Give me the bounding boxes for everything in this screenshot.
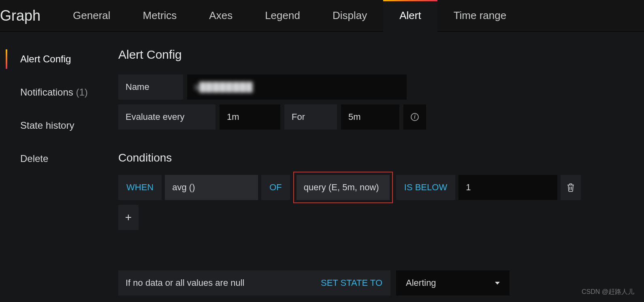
no-data-set-state-keyword: SET STATE TO	[313, 270, 390, 296]
condition-query-highlight: query (E, 5m, now)	[293, 172, 393, 203]
condition-delete-button[interactable]	[561, 175, 581, 200]
condition-query[interactable]: query (E, 5m, now)	[296, 175, 390, 200]
name-row: Name s████████	[118, 74, 644, 100]
tab-metrics[interactable]: Metrics	[127, 0, 193, 32]
tab-legend[interactable]: Legend	[249, 0, 316, 32]
panel-type-title: Graph	[0, 7, 57, 24]
info-icon: i	[411, 113, 419, 121]
tab-alert[interactable]: Alert	[383, 0, 437, 32]
condition-comparator[interactable]: IS BELOW	[396, 175, 455, 200]
sidebar-item-count: (1)	[76, 87, 87, 98]
chevron-down-icon	[495, 282, 500, 285]
evaluate-every-label: Evaluate every	[118, 104, 215, 130]
sidebar-item-label: Alert Config	[20, 53, 71, 64]
condition-row: WHEN avg () OF query (E, 5m, now) IS BEL…	[118, 175, 644, 200]
watermark: CSDN @赶路人儿	[582, 288, 634, 296]
alert-config-title: Alert Config	[118, 48, 644, 62]
for-label: For	[284, 104, 337, 130]
sidebar-item-label: Delete	[20, 153, 48, 164]
no-data-state-select[interactable]: Alerting	[396, 270, 510, 296]
no-data-state-value: Alerting	[406, 278, 436, 288]
sidebar-item-label: Notifications	[20, 87, 73, 98]
alert-sidebar: Alert Config Notifications (1) State his…	[6, 48, 109, 296]
trash-icon	[567, 183, 575, 192]
no-data-row: If no data or all values are null SET ST…	[118, 270, 644, 296]
tab-time-range[interactable]: Time range	[437, 0, 523, 32]
evaluate-every-input[interactable]: 1m	[220, 104, 280, 130]
for-info-button[interactable]: i	[403, 104, 426, 130]
condition-of-keyword: OF	[261, 175, 290, 200]
for-input[interactable]: 5m	[341, 104, 399, 130]
sidebar-item-notifications[interactable]: Notifications (1)	[6, 81, 109, 104]
evaluate-row: Evaluate every 1m For 5m i	[118, 104, 644, 130]
add-condition-button[interactable]: +	[118, 205, 139, 230]
panel-tabs: Graph General Metrics Axes Legend Displa…	[0, 0, 644, 32]
condition-aggregator[interactable]: avg ()	[165, 175, 258, 200]
sidebar-item-alert-config[interactable]: Alert Config	[6, 48, 109, 70]
tab-display[interactable]: Display	[316, 0, 383, 32]
plus-icon: +	[125, 211, 132, 224]
alert-name-value: s████████	[194, 82, 253, 92]
alert-name-input[interactable]: s████████	[187, 74, 407, 100]
tab-axes[interactable]: Axes	[193, 0, 249, 32]
no-data-label: If no data or all values are null	[118, 270, 313, 296]
condition-threshold-input[interactable]: 1	[458, 175, 557, 200]
sidebar-item-delete[interactable]: Delete	[6, 147, 109, 170]
condition-when-keyword[interactable]: WHEN	[118, 175, 162, 200]
tab-general[interactable]: General	[57, 0, 127, 32]
alert-config-panel: Alert Config Name s████████ Evaluate eve…	[109, 48, 644, 296]
conditions-title: Conditions	[118, 151, 644, 164]
name-label: Name	[118, 74, 183, 100]
sidebar-item-label: State history	[20, 120, 74, 131]
sidebar-item-state-history[interactable]: State history	[6, 114, 109, 137]
